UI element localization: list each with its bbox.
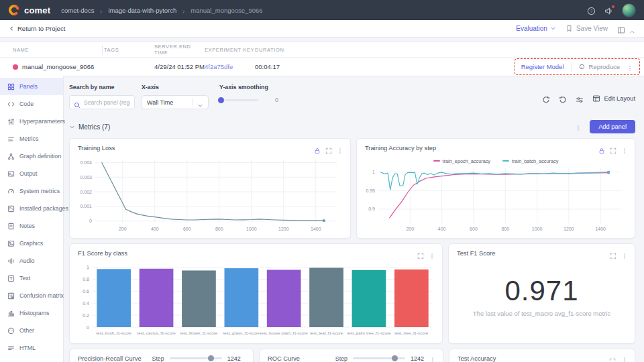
svg-text:0.9: 0.9 [368,206,375,211]
lock-icon[interactable] [598,145,605,152]
svg-text:400: 400 [151,227,159,231]
smoothing-slider-thumb[interactable] [218,97,224,103]
roc-step-slider-thumb[interactable] [392,355,398,361]
svg-text:800: 800 [215,227,223,231]
xaxis-value: Wall Time [147,99,193,106]
search-input[interactable] [84,99,130,106]
chevron-up-icon[interactable] [629,25,635,32]
panel-options-icon[interactable] [621,355,628,362]
save-view-button[interactable]: Save View [566,25,608,32]
panels-icon [7,83,15,90]
help-icon[interactable]: ? [587,6,596,15]
expand-icon[interactable] [325,145,332,152]
sidebar-item-output[interactable]: Output [0,165,63,182]
svg-text:0.95: 0.95 [366,188,375,193]
panel-options-icon[interactable] [621,145,628,152]
smoothing-label: Y-axis smoothing [219,84,278,90]
experiment-key-link[interactable]: 4f2a75dfe [205,63,233,70]
hyperparameters-icon [7,118,15,125]
comet-logo-icon [8,4,20,16]
refresh-icon[interactable] [542,95,550,103]
panel-test-f1-score: Test F1 Score 0.971 The last value of te… [448,243,635,344]
sidebar-item-hyperparameters[interactable]: Hyperparameters [0,113,63,130]
histograms-icon [7,310,15,317]
layout-view-icon[interactable] [617,25,625,33]
add-panel-button[interactable]: Add panel [590,120,635,133]
svg-text:200: 200 [119,227,127,231]
pr-step-slider-thumb[interactable] [208,355,214,361]
breadcrumb: comet-docs image-data-with-pytorch manua… [61,7,262,14]
panel-title: Training Loss [78,145,115,152]
reproduce-icon [578,63,586,70]
xaxis-select[interactable]: Wall Time [142,95,209,109]
sidebar-item-label: Confusion matrix [19,292,64,299]
panel-f1-by-class: F1 Score by class 00.20.40.60.81test_bus… [69,243,443,344]
reset-icon[interactable] [559,95,567,103]
tune-filters-icon[interactable] [576,95,584,103]
svg-text:test_flower_f1-score: test_flower_f1-score [180,330,218,335]
section-more-options-icon[interactable] [575,123,582,131]
sidebar-item-installed-packages[interactable]: PyInstalled packages [0,200,63,217]
panel-options-icon[interactable] [621,250,628,257]
sidebar-item-confusion-matrix[interactable]: Confusion matrix [0,287,63,304]
panel-title: Test Accuracy [458,355,496,362]
svg-text:test_house plant_f1-score: test_house plant_f1-score [260,330,309,335]
smoothing-slider[interactable] [219,99,258,101]
roc-step-slider[interactable] [353,357,405,359]
panel-test-accuracy: Test Accuracy [449,349,635,362]
svg-text:1: 1 [87,265,89,269]
sidebar-item-code[interactable]: Code [0,95,63,113]
sidebar-item-audio[interactable]: Audio [0,252,63,269]
filter-bar: Search by name X-axis Wall Time Y-axis s… [69,84,635,109]
panel-title: Test F1 Score [457,250,495,257]
edit-layout-button[interactable]: Edit Layout [592,95,635,103]
more-options-icon[interactable] [627,63,633,71]
expand-icon[interactable] [417,250,424,257]
sidebar-item-label: Audio [19,257,35,264]
sidebar-item-histograms[interactable]: Histograms [0,304,63,322]
breadcrumb-project[interactable]: image-data-with-pytorch [108,7,176,14]
breadcrumb-experiment[interactable]: manual_mongoose_9066 [191,7,262,14]
chevron-down-icon [69,124,75,130]
sidebar-item-graphics[interactable]: Graphics [0,235,63,252]
metrics-section-toggle[interactable]: Metrics (7) [69,123,110,131]
expand-icon[interactable] [609,355,616,362]
xaxis-label: X-axis [142,84,209,90]
sidebar-item-other[interactable]: Other [0,322,63,339]
announcements-icon[interactable] [604,6,613,15]
panel-pr-curve: Precision-Recall Curve Step 1242 [69,349,254,362]
sidebar-item-text[interactable]: Text [0,269,63,287]
expand-icon[interactable] [610,250,616,257]
panel-options-icon[interactable] [429,355,436,362]
sidebar-item-panels[interactable]: Panels [0,78,63,95]
notification-dot [612,5,614,8]
legend-item-train_epoch_accuracy[interactable]: train_epoch_accuracy [433,158,490,164]
f1-by-class-chart: 00.20.40.60.81test_bush_f1-scoretest_cac… [75,261,437,341]
breadcrumb-workspace[interactable]: comet-docs [61,7,94,14]
register-model-button[interactable]: Register Model [521,63,564,70]
lock-icon[interactable] [314,145,321,152]
divider [193,98,193,107]
sidebar-item-html[interactable]: HTML [0,339,63,357]
sidebar-item-metrics[interactable]: Metrics [0,130,63,147]
sidebar-item-graph-definition[interactable]: Graph definition [0,147,63,165]
pr-step-slider[interactable] [170,357,222,359]
panel-title: ROC Curve [268,355,300,362]
legend-item-train_batch_accuracy[interactable]: train_batch_accuracy [502,158,558,164]
expand-icon[interactable] [610,145,616,152]
sidebar-item-system-metrics[interactable]: System metrics [0,182,63,200]
return-to-project-link[interactable]: Return to Project [9,25,65,32]
metrics-icon [7,135,15,143]
view-selector-dropdown[interactable]: Evaluation [516,25,556,32]
sidebar-item-notes[interactable]: Notes [0,217,63,235]
comet-logo[interactable]: comet [8,4,50,16]
reproduce-button[interactable]: Reproduce [578,63,620,70]
avatar[interactable] [622,3,636,17]
sidebar-item-label: Code [19,101,34,107]
svg-text:1000: 1000 [246,227,257,231]
svg-text:test_cactus_f1-score: test_cactus_f1-score [138,330,176,335]
experiment-table-header: NAMETAGSSERVER END TIMEEXPERIMENT KEYDUR… [0,42,644,58]
panel-options-icon[interactable] [337,145,343,152]
panel-options-icon[interactable] [429,250,435,257]
system-metrics-icon [7,188,15,195]
